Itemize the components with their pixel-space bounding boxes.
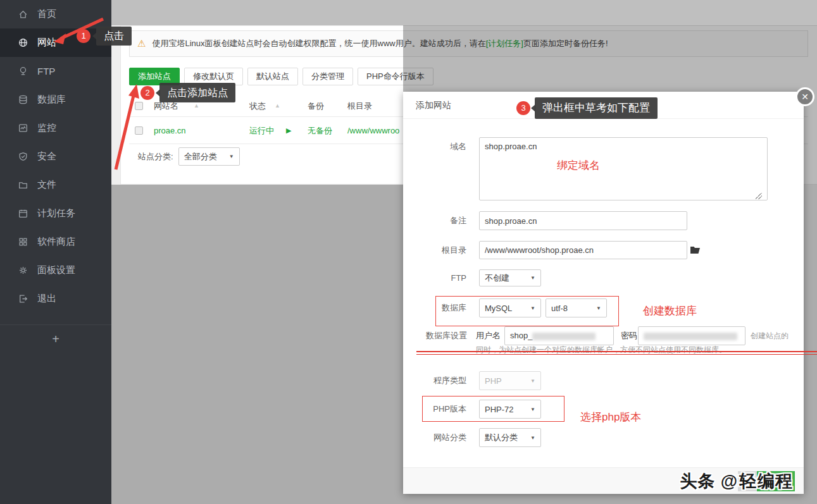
site-category-value: 默认分类 [485, 432, 518, 443]
ftp-select[interactable]: 不创建▼ [479, 269, 541, 286]
shield-icon [18, 151, 28, 162]
sidebar-item-files[interactable]: 文件 [0, 171, 111, 199]
sort-up-icon[interactable]: ▲ [275, 95, 280, 117]
db-username-value: shop_ [510, 331, 532, 340]
watermark-prefix: 头条 @ [680, 472, 738, 491]
site-backup-link[interactable]: 无备份 [308, 117, 332, 144]
redacted-password [644, 333, 737, 340]
sidebar-item-monitor[interactable]: 监控 [0, 114, 111, 142]
chevron-down-icon: ▼ [530, 275, 535, 281]
step-tip-3: 弹出框中草考如下配置 [535, 97, 658, 119]
gear-icon [18, 265, 28, 276]
site-status[interactable]: 运行中 [249, 117, 274, 144]
home-icon [18, 9, 28, 20]
globe-icon [18, 37, 28, 48]
site-category-select[interactable]: 全部分类 ▼ [178, 147, 240, 166]
sidebar-item-logout[interactable]: 退出 [0, 285, 111, 313]
sidebar-item-label: 文件 [37, 179, 56, 191]
redacted-username [532, 333, 596, 340]
resize-handle[interactable] [756, 193, 762, 199]
database-icon [18, 94, 28, 105]
play-icon[interactable]: ▶ [286, 117, 291, 144]
sidebar-item-label: 软件商店 [37, 236, 75, 248]
db-hint-right: 创建站点的 [751, 326, 789, 345]
sidebar-item-label: 监控 [37, 122, 56, 134]
close-icon[interactable]: ✕ [795, 87, 814, 106]
step-tip-1: 点击 [96, 27, 132, 46]
php-type-value: PHP [485, 376, 502, 386]
db-annotation: 创建数据库 [643, 304, 697, 318]
category-manage-button[interactable]: 分类管理 [302, 68, 353, 85]
ftp-value: 不创建 [485, 273, 509, 284]
db-username-label: 用户名 [476, 326, 501, 345]
php-type-select: PHP▼ [479, 371, 541, 390]
sidebar-item-settings[interactable]: 面板设置 [0, 256, 111, 285]
warning-icon: ⚠ [137, 38, 146, 49]
chevron-down-icon: ▼ [530, 378, 535, 384]
modal-site-category-select[interactable]: 默认分类▼ [479, 428, 541, 447]
dim-overlay [111, 0, 817, 25]
db-settings-label: 数据库设置 [403, 326, 467, 345]
sidebar-item-label: 退出 [37, 293, 56, 305]
sidebar-item-cron[interactable]: 计划任务 [0, 199, 111, 228]
add-website-modal: 添加网站 ✕ 域名 shop.proae.cn 备注 根目录 FTP 不创建▼ … [403, 92, 804, 494]
sidebar-item-appstore[interactable]: 软件商店 [0, 228, 111, 256]
php-annotation-box [422, 396, 564, 422]
sidebar-item-label: 计划任务 [37, 207, 75, 219]
sidebar-item-label: 面板设置 [37, 264, 75, 276]
root-dir-label: 根目录 [403, 241, 466, 259]
remark-label: 备注 [403, 211, 466, 230]
step-badge-2: 2 [140, 86, 154, 100]
sidebar-item-database[interactable]: 数据库 [0, 85, 111, 114]
db-password-input[interactable] [638, 326, 745, 345]
db-hint-underline [416, 351, 817, 355]
root-dir-input[interactable] [479, 241, 687, 259]
chevron-down-icon: ▼ [530, 435, 535, 441]
col-root-dir: 根目录 [347, 95, 372, 117]
col-status[interactable]: 状态 [249, 95, 266, 117]
domain-label: 域名 [403, 137, 466, 156]
site-category-filter: 站点分类: 全部分类 ▼ [138, 147, 240, 166]
logout-icon [18, 293, 28, 304]
sidebar-item-label: FTP [37, 66, 55, 77]
step-badge-1: 1 [77, 29, 90, 43]
db-annotation-box [435, 296, 619, 326]
modal-footer: 头条 @轻编程 [403, 467, 804, 494]
ftp-icon [18, 66, 28, 77]
db-username-input[interactable]: shop_ [504, 326, 614, 345]
sidebar: 首页 网站 FTP 数据库 监控 安全 文件 计划任务 [0, 0, 111, 504]
domain-textarea[interactable]: shop.proae.cn [479, 137, 768, 200]
site-category-label: 网站分类 [403, 428, 466, 447]
modal-title: 添加网站 [416, 92, 451, 119]
site-root-link[interactable]: /www/wwwroo [347, 117, 399, 144]
watermark: 头条 @轻编程 [680, 470, 795, 493]
filter-value: 全部分类 [184, 151, 217, 163]
watermark-highlight: 编程 [757, 471, 795, 491]
calendar-icon [18, 208, 28, 219]
sidebar-add-button[interactable]: + [0, 325, 111, 353]
sidebar-item-ftp[interactable]: FTP [0, 57, 111, 85]
domain-annotation: 绑定域名 [557, 158, 600, 173]
php-type-label: 程序类型 [403, 371, 466, 390]
php-annotation: 选择php版本 [580, 410, 641, 424]
step-tip-2: 点击添加站点 [159, 83, 235, 102]
folder-picker-icon[interactable] [690, 245, 701, 255]
monitor-icon [18, 123, 28, 133]
ftp-label: FTP [403, 269, 466, 287]
sidebar-item-label: 安全 [37, 151, 56, 163]
sidebar-item-security[interactable]: 安全 [0, 142, 111, 171]
folder-icon [18, 180, 28, 190]
remark-input[interactable] [479, 211, 687, 230]
chevron-down-icon: ▼ [229, 154, 234, 159]
col-backup: 备份 [308, 95, 324, 117]
page: 首页 网站 FTP 数据库 监控 安全 文件 计划任务 [0, 0, 817, 504]
site-name-link[interactable]: proae.cn [154, 117, 186, 144]
grid-icon [18, 237, 28, 247]
sidebar-item-label: 数据库 [37, 94, 66, 106]
watermark-mid: 轻 [738, 471, 757, 491]
default-site-button[interactable]: 默认站点 [247, 68, 298, 85]
db-password-label: 密码 [621, 326, 637, 345]
step-badge-3: 3 [516, 101, 530, 115]
